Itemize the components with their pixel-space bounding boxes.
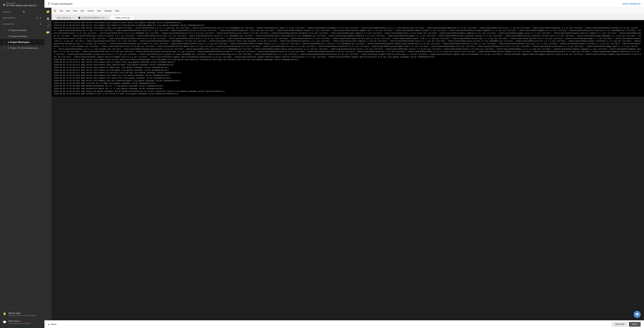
- check-icon-1: ✓: [3, 29, 6, 31]
- mentor-help-title: Mentor Help: [8, 312, 36, 315]
- mentor-help-text: Mentor Help Ask a mentor on our Q&A plat…: [8, 312, 36, 317]
- svg-point-2: [56, 9, 56, 10]
- menu-kernel[interactable]: Kernel: [86, 9, 95, 13]
- bottom-right-buttons: PREVIEW NEXT: [612, 322, 641, 327]
- tab-label-1: data_stream.py: [57, 16, 71, 19]
- menu-edit[interactable]: Edit: [65, 9, 71, 13]
- output-area: [2020-05-06 23:26:49,514] INFO Server en…: [52, 20, 644, 97]
- search-section: SEARCH 🔍: [0, 9, 44, 15]
- preview-button[interactable]: PREVIEW: [612, 322, 628, 327]
- topbar-left: ☰ Project Workspace: [48, 2, 72, 5]
- resources-label: RESOURCES: [3, 17, 16, 19]
- lightbulb-icon: 💡: [3, 313, 6, 316]
- tab-icon-1: 📄: [54, 17, 56, 19]
- menu-view[interactable]: View: [72, 9, 79, 13]
- tab-close-2[interactable]: ✕: [106, 17, 108, 19]
- sidebar-item-project-directions[interactable]: ✓ 2. Project Directions: [0, 33, 44, 39]
- menu-help[interactable]: Help: [114, 9, 120, 13]
- workspace-layout: 📁 ⬤ ⎇ 📂 File Edit View Run Kernel Tabs: [44, 8, 644, 320]
- tabs-bar: 📄 data_stream.py ✕ ⬛ root@4de61998b541: …: [52, 14, 644, 20]
- search-icon[interactable]: 🔍: [23, 11, 42, 13]
- project-info: Project: SF Crime Statistics with Spark …: [6, 2, 42, 7]
- jupyter-logo-icon: [53, 9, 57, 13]
- mentor-help-item[interactable]: 💡 Mentor Help Ask a mentor on our Q&A pl…: [0, 310, 44, 318]
- nav-item-label-2: 2. Project Directions: [8, 35, 27, 37]
- check-icon-2: ✓: [3, 35, 6, 37]
- send-feedback-button[interactable]: SEND FEEDBACK: [622, 3, 641, 5]
- peer-chat-title: Peer Chat: [8, 320, 31, 322]
- menu-run[interactable]: Run: [79, 9, 86, 13]
- online-dot: [20, 321, 21, 322]
- sidebar: ◀ Project: SF Crime Statistics with Spar…: [0, 0, 44, 328]
- sidebar-header: ◀ Project: SF Crime Statistics with Spar…: [0, 0, 44, 9]
- main-area: ☰ Project Workspace SEND FEEDBACK 📁 ⬤ ⎇ …: [44, 0, 644, 328]
- circle-icon[interactable]: ⬤: [45, 16, 51, 21]
- tab-kafka-server[interactable]: 📄 kafka_server.py ✕: [110, 15, 134, 20]
- sidebar-item-sf-crime[interactable]: ☆ 4. Project: SF Crime Statistics with S…: [0, 45, 44, 51]
- concepts-header[interactable]: CONCEPTS ▼: [0, 21, 44, 27]
- tab-label-3: kafka_server.py: [116, 16, 130, 19]
- tab-icon-3: 📄: [112, 17, 114, 19]
- folder2-icon[interactable]: 📂: [45, 30, 51, 35]
- tab-data-stream[interactable]: 📄 data_stream.py ✕: [52, 15, 76, 20]
- nav-item-label-4: 4. Project: SF Crime Statistics with Sp.…: [8, 47, 40, 49]
- num-icon-3: 3.: [3, 41, 6, 43]
- folder-icon[interactable]: 📁: [45, 9, 51, 14]
- jupyter-container: File Edit View Run Kernel Tabs Settings …: [52, 8, 644, 320]
- resources-icons: ⬆ ▼: [36, 16, 42, 19]
- concepts-label: CONCEPTS: [3, 23, 14, 25]
- sidebar-bottom: 💡 Mentor Help Ask a mentor on our Q&A pl…: [0, 308, 44, 328]
- topbar-title: Project Workspace: [52, 2, 72, 5]
- project-name: SF Crime Statistics with Spark Stre...: [6, 4, 38, 7]
- menu-file[interactable]: File: [58, 9, 64, 13]
- git-icon[interactable]: ⎇: [45, 23, 51, 28]
- notebook-area[interactable]: [2020-05-06 23:26:49,514] INFO Server en…: [52, 20, 644, 320]
- tab-close-1[interactable]: ✕: [72, 17, 74, 19]
- project-label: Project:: [6, 2, 42, 4]
- peer-chat-label: Peer Chat: [8, 320, 18, 322]
- chevron-down-icon[interactable]: ▼: [39, 16, 42, 19]
- peer-chat-text: Peer Chat Chat with peers and alumni: [8, 320, 31, 324]
- upload-icon[interactable]: ⬆: [36, 16, 38, 19]
- chat-icon: 💬: [3, 320, 6, 324]
- back-icon[interactable]: ◀: [3, 3, 5, 6]
- sidebar-item-project-workspace[interactable]: 3. 3. Project Workspace: [0, 39, 44, 45]
- concepts-icons: ▼: [39, 23, 42, 25]
- nav-item-label-3: 3. Project Workspace: [8, 41, 30, 43]
- mentor-help-subtitle: Ask a mentor on our Q&A platform: [8, 315, 36, 317]
- star-icon-4: ☆: [3, 47, 6, 49]
- chat-bubble-button[interactable]: 💬: [634, 311, 641, 318]
- menu-label: Menu: [51, 323, 56, 326]
- chevron-down-icon-concepts[interactable]: ▼: [39, 23, 42, 25]
- tab-label-2: root@4de61998b541: /hor: [82, 16, 105, 19]
- sidebar-item-project-overview[interactable]: ✓ 1. Project Overview: [0, 27, 44, 33]
- concepts-section: CONCEPTS ▼ ✓ 1. Project Overview ✓ 2. Pr…: [0, 21, 44, 51]
- peer-chat-item[interactable]: 💬 Peer Chat Chat with peers and alumni: [0, 318, 44, 326]
- resources-header[interactable]: RESOURCES ⬆ ▼: [0, 15, 44, 21]
- peer-chat-subtitle: Chat with peers and alumni: [8, 322, 31, 324]
- tab-terminal[interactable]: ⬛ root@4de61998b541: /hor ✕: [76, 15, 110, 20]
- nav-item-label-1: 1. Project Overview: [8, 29, 27, 31]
- menu-button[interactable]: ▲ Menu: [48, 323, 56, 326]
- menu-tabs[interactable]: Tabs: [96, 9, 102, 13]
- tab-close-3[interactable]: ✕: [131, 17, 132, 19]
- menu-settings[interactable]: Settings: [103, 9, 113, 13]
- hamburger-icon[interactable]: ☰: [48, 2, 50, 5]
- resources-section: RESOURCES ⬆ ▼: [0, 15, 44, 21]
- search-label: SEARCH: [3, 11, 22, 13]
- tab-icon-2: ⬛: [78, 17, 80, 19]
- menu-chevron-icon: ▲: [48, 323, 50, 326]
- next-button[interactable]: NEXT: [629, 322, 641, 327]
- jupyter-toolbar: File Edit View Run Kernel Tabs Settings …: [52, 8, 644, 14]
- bottom-bar: ▲ Menu PREVIEW NEXT: [44, 320, 644, 328]
- svg-point-1: [54, 9, 54, 10]
- vertical-toolbar: 📁 ⬤ ⎇ 📂: [44, 8, 52, 320]
- svg-point-0: [54, 10, 56, 12]
- topbar: ☰ Project Workspace SEND FEEDBACK: [44, 0, 644, 8]
